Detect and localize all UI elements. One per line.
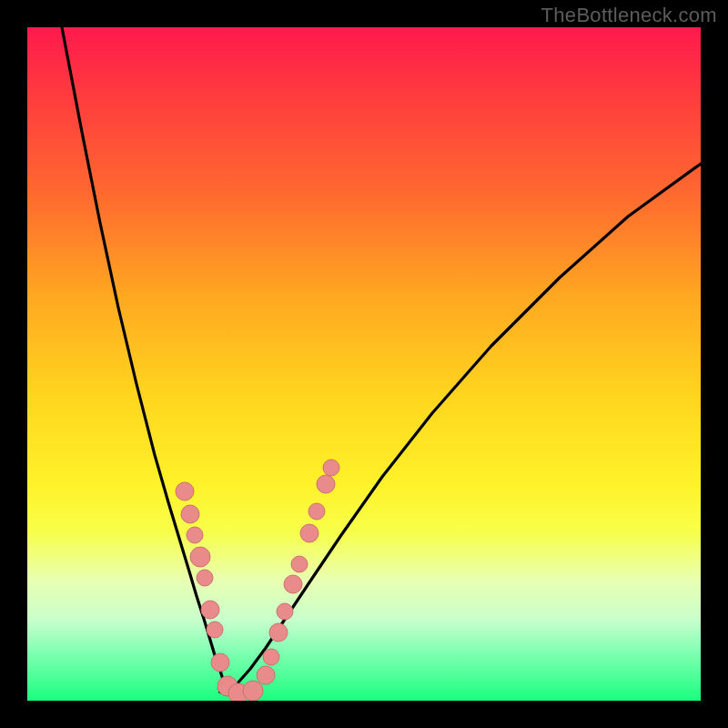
bead-marker xyxy=(291,556,308,572)
bead-marker xyxy=(187,527,203,543)
curve-right-branch xyxy=(228,164,701,692)
curve-left-branch xyxy=(62,27,228,692)
curve-layer xyxy=(62,27,701,695)
bead-marker xyxy=(323,460,339,476)
bead-marker xyxy=(317,475,335,493)
bead-marker xyxy=(284,575,302,593)
bead-marker xyxy=(277,603,293,620)
bead-marker xyxy=(176,482,194,500)
outer-frame: TheBottleneck.com xyxy=(0,0,728,728)
watermark-text: TheBottleneck.com xyxy=(541,4,717,27)
bead-marker xyxy=(257,666,275,684)
bead-layer xyxy=(176,460,339,701)
chart-svg xyxy=(27,27,701,701)
gradient-plot-area xyxy=(27,27,701,701)
bead-marker xyxy=(197,570,213,586)
bead-marker xyxy=(300,524,318,542)
bead-marker xyxy=(308,503,325,520)
bead-marker xyxy=(190,547,210,567)
bead-marker xyxy=(243,681,263,701)
bead-marker xyxy=(269,623,288,642)
bead-marker xyxy=(201,601,219,619)
bead-marker xyxy=(207,622,223,638)
bead-marker xyxy=(181,505,199,523)
bead-marker xyxy=(263,649,279,665)
bead-marker xyxy=(211,653,229,672)
